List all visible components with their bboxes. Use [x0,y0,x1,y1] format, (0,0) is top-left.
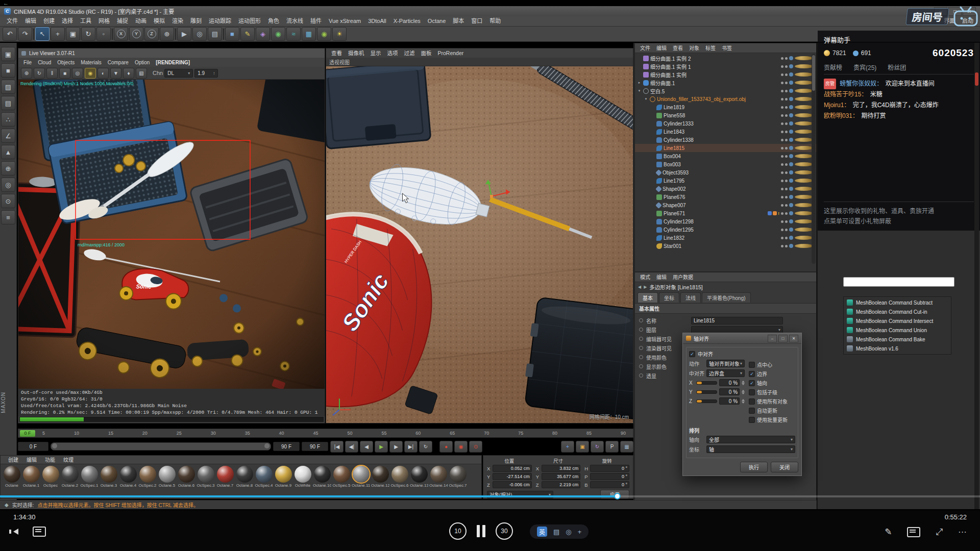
more-options-icon[interactable]: ··· [958,527,967,537]
move-button[interactable]: + [51,27,65,41]
axis-mode-icon[interactable]: ⊕ [1,161,15,176]
editor-visibility-dot[interactable] [781,204,783,207]
material-menu-item[interactable]: 功能 [41,455,59,465]
render-visibility-dot[interactable] [785,73,788,76]
coordinate-field[interactable]: 0 ° [590,473,629,480]
axis-y-button[interactable]: Y [129,27,143,41]
close-dialog-button[interactable]: 关闭 [771,462,798,472]
attribute-menu-item[interactable]: 模式 [637,272,653,282]
axis-value-field[interactable]: 0 % [719,397,740,405]
phong-tag-icon[interactable] [789,203,793,207]
live-viewer-menu-item[interactable]: File [20,58,35,67]
object-name[interactable]: Cylinder1298 [664,219,779,224]
edges-mode-icon[interactable]: ∠ [1,129,15,143]
material-tag-icon[interactable] [795,81,813,85]
center-mode-dropdown[interactable]: 边界盒 [706,369,745,377]
object-row[interactable]: Cylinder1338 ! [635,136,816,144]
pause-button[interactable] [477,525,485,537]
phong-tag-icon[interactable] [789,89,793,93]
axis-value-field[interactable]: 0 % [719,388,740,395]
render-view-button[interactable]: ▶ [177,27,191,41]
object-name[interactable]: Star001 [664,243,779,249]
menu-item[interactable]: 工具 [77,16,95,26]
material-tag-icon[interactable] [795,121,813,126]
volume-button[interactable]: ▦ [302,27,316,41]
menu-item[interactable]: 窗口 [468,16,486,26]
menu-item[interactable]: 编辑 [21,16,40,26]
coordinate-field[interactable]: 2.219 cm [542,481,581,488]
workplane-mode-icon[interactable]: ▤ [1,96,15,110]
points-mode-icon[interactable]: ∴ [1,112,15,127]
object-row[interactable]: Box003 ! [635,160,816,168]
material-tag-icon[interactable] [795,113,813,117]
phong-tag-icon[interactable] [789,219,793,223]
object-manager-menu-item[interactable]: 查看 [670,43,686,53]
coordinate-system-button[interactable]: ⊕ [160,27,174,41]
material-tag-icon[interactable] [795,244,813,248]
expand-caret[interactable]: ▸ [637,81,642,85]
menu-item[interactable]: 文件 [3,16,21,26]
editor-visibility-dot[interactable] [781,245,783,247]
object-list-scrollbar[interactable] [812,54,816,264]
material-thumbnail[interactable] [295,466,311,483]
menu-item[interactable]: 脚本 [449,16,468,26]
animation-dot[interactable] [639,318,643,322]
material-thumbnail[interactable] [178,466,195,483]
material-tag-icon[interactable] [795,228,813,232]
viewport-menu-item[interactable]: 查看 [328,48,345,58]
material-thumbnail[interactable] [42,466,59,483]
viewport-menu-item[interactable]: 选项 [384,48,401,58]
menu-item[interactable]: 插件 [307,16,325,26]
center-align-checkbox[interactable]: ✓ [689,351,695,357]
phong-tag-icon[interactable] [789,228,793,232]
attribute-menu-item[interactable]: 编辑 [653,272,670,282]
live-viewer-menu-item[interactable]: Compare [105,58,132,67]
material-thumbnail[interactable] [391,466,408,483]
material-tag-icon[interactable] [795,97,813,101]
menu-item[interactable]: X-Particles [390,16,424,26]
material-tag-icon[interactable] [795,195,813,199]
chat-tab[interactable]: 贵宾(25) [853,63,876,71]
object-name[interactable]: Cylinder1338 [664,137,779,143]
volume-icon[interactable] [13,529,18,535]
ime-settings-icon[interactable]: ◎ [566,528,571,536]
coordinate-field[interactable]: -0.006 cm [493,481,532,488]
record-keyframe-button[interactable]: ● [439,441,453,453]
material-tag-icon[interactable] [795,162,813,166]
chat-tab[interactable]: 贡献榜 [824,63,842,71]
object-row[interactable]: Shape007 ! [635,201,816,209]
object-row[interactable]: Shape002 ! [635,185,816,193]
arrange-dropdown[interactable]: 轴 [706,445,795,453]
texture-mode-icon[interactable]: ▨ [1,80,15,94]
commander-item[interactable]: MeshBoolean Command Subtract [844,298,951,307]
render-visibility-dot[interactable] [785,245,788,247]
material-thumbnail[interactable] [217,466,234,483]
phong-tag-icon[interactable] [789,97,793,101]
menu-item[interactable]: 角色 [264,16,283,26]
object-row[interactable]: Plane671 ! [635,209,816,217]
menu-item[interactable]: Vue xStream [325,16,364,26]
object-manager-menu-item[interactable]: 对象 [686,43,702,53]
region-render-button[interactable]: ▧ [136,68,147,79]
render-visibility-dot[interactable] [785,65,788,68]
dialog-option[interactable]: 包括子级 [749,388,795,396]
phong-tag-icon[interactable] [789,236,793,240]
previous-frame-button[interactable]: ◀ [360,441,373,453]
menu-item[interactable]: 捕捉 [113,16,132,26]
material-tag-icon[interactable] [795,203,813,207]
option-checkbox[interactable]: ✓ [749,371,755,377]
sampling-rate-field[interactable]: 1.9↕ [194,69,218,78]
axis-slider[interactable] [696,390,717,394]
render-visibility-dot[interactable] [785,90,788,92]
editor-visibility-dot[interactable] [781,212,783,215]
seek-knob[interactable] [614,493,621,499]
clay-mode-button[interactable]: ◐ [97,68,109,79]
attribute-tab[interactable]: 平滑着色(Phong) [702,292,751,303]
expand-caret[interactable]: ▾ [637,89,642,93]
phong-tag-icon[interactable] [789,195,793,199]
axis-z-button[interactable]: Z [144,27,159,41]
object-row[interactable]: Line1815 ! [635,144,816,152]
object-name[interactable]: 细分曲面.1 实例 1 [650,63,779,70]
render-visibility-dot[interactable] [785,229,788,231]
material-thumbnail[interactable] [4,466,20,483]
